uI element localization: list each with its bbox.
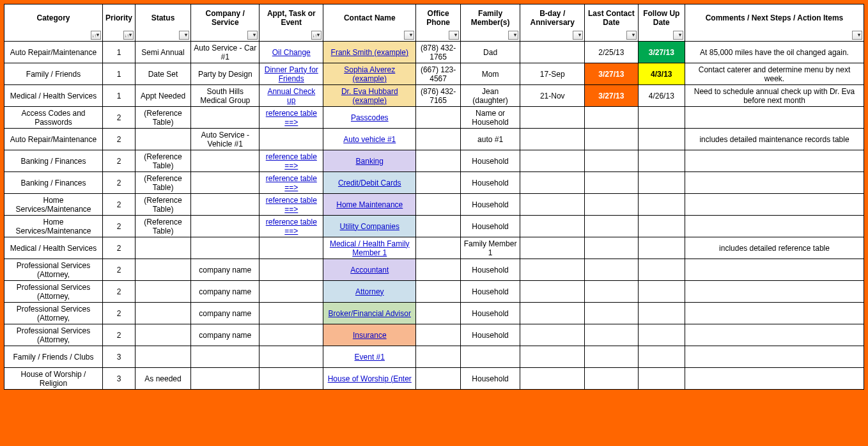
cell-comments (685, 346, 864, 368)
cell-company: Auto Service - Car #1 (191, 42, 260, 63)
task-link[interactable]: reference table ==> (266, 152, 317, 170)
cell-phone (416, 150, 460, 172)
cell-phone (416, 368, 460, 390)
cell-comments: includes detailed maintenance records ta… (685, 129, 864, 150)
cell-category: Auto Repair/Maintenance (4, 42, 103, 63)
contact-link[interactable]: Sophia Alverez (example) (344, 65, 395, 83)
cell-task: reference table ==> (260, 150, 323, 172)
contact-link[interactable]: Attorney (355, 287, 384, 296)
cell-phone: (667) 123-4567 (416, 63, 460, 85)
cell-last (585, 216, 639, 237)
column-header: Office Phone (416, 4, 460, 42)
cell-status (136, 259, 191, 281)
cell-company (191, 346, 260, 368)
contact-link[interactable]: Passcodes (351, 113, 389, 122)
filter-dropdown-icon[interactable] (404, 31, 414, 40)
table-row: Access Codes and Passwords2(Reference Ta… (4, 107, 864, 129)
cell-follow: 4/3/13 (638, 63, 685, 85)
cell-bday (520, 237, 585, 259)
cell-bday (520, 129, 585, 150)
contact-link[interactable]: Dr. Eva Hubbard (example) (341, 87, 398, 105)
cell-comments: includes detailed reference table (685, 237, 864, 259)
task-link[interactable]: Annual Check up (267, 87, 315, 105)
task-link[interactable]: Oil Change (272, 48, 311, 57)
table-row: Home Services/Maintenance2(Reference Tab… (4, 216, 864, 237)
cell-last (585, 172, 639, 194)
contact-link[interactable]: Insurance (353, 331, 387, 340)
cell-status: (Reference Table) (136, 216, 191, 237)
cell-bday (520, 194, 585, 216)
tracker-table: CategoryPriorityStatusCompany / ServiceA… (4, 4, 864, 390)
filter-dropdown-icon[interactable] (508, 31, 518, 40)
cell-follow (638, 237, 685, 259)
task-link[interactable]: reference table ==> (266, 174, 317, 192)
cell-follow (638, 129, 685, 150)
cell-category: Access Codes and Passwords (4, 107, 103, 129)
cell-company: South Hills Medical Group (191, 85, 260, 107)
cell-comments (685, 216, 864, 237)
cell-company (191, 237, 260, 259)
cell-phone (416, 259, 460, 281)
contact-link[interactable]: Medical / Health Family Member 1 (330, 239, 410, 257)
contact-link[interactable]: Credit/Debit Cards (338, 179, 401, 187)
sort-filter-icon[interactable] (123, 31, 134, 40)
filter-dropdown-icon[interactable] (449, 31, 459, 40)
task-link[interactable]: reference table ==> (266, 218, 317, 235)
filter-dropdown-icon[interactable] (247, 31, 258, 40)
task-link[interactable]: reference table ==> (266, 109, 317, 127)
sort-filter-icon[interactable] (91, 31, 101, 40)
table-row: House of Worship / Religion3As neededHou… (4, 368, 864, 390)
cell-family: Household (460, 259, 520, 281)
table-row: Family / Friends1Date SetParty by Design… (4, 63, 864, 85)
cell-priority: 2 (103, 303, 136, 324)
cell-status (136, 129, 191, 150)
filter-dropdown-icon[interactable] (626, 31, 637, 40)
contact-link[interactable]: House of Worship (Enter (328, 374, 412, 383)
cell-phone: (878) 432-1765 (416, 42, 460, 63)
contact-link[interactable]: Utility Companies (340, 222, 399, 231)
cell-task (260, 368, 323, 390)
contact-link[interactable]: Banking (356, 157, 384, 166)
filter-dropdown-icon[interactable] (573, 31, 583, 40)
table-row: Home Services/Maintenance2(Reference Tab… (4, 194, 864, 216)
cell-category: Banking / Finances (4, 150, 103, 172)
contact-link[interactable]: Home Maintenance (336, 200, 403, 209)
cell-contact: Credit/Debit Cards (323, 172, 416, 194)
cell-category: Professional Services (Attorney, (4, 324, 103, 346)
header-label: B-day / Anniversary (523, 9, 582, 27)
filter-dropdown-icon[interactable] (179, 31, 189, 40)
cell-phone (416, 194, 460, 216)
sort-filter-icon[interactable] (311, 31, 322, 40)
cell-company (191, 150, 260, 172)
filter-dropdown-icon[interactable] (852, 31, 862, 40)
task-link[interactable]: reference table ==> (266, 196, 317, 214)
cell-status (136, 237, 191, 259)
cell-follow (638, 346, 685, 368)
task-link[interactable]: Dinner Party for Friends (265, 65, 318, 83)
table-row: Professional Services (Attorney,2company… (4, 281, 864, 303)
cell-priority: 2 (103, 150, 136, 172)
cell-task (260, 303, 323, 324)
contact-link[interactable]: Event #1 (355, 353, 385, 362)
contact-link[interactable]: Auto vehicle #1 (343, 135, 396, 144)
cell-bday (520, 324, 585, 346)
contact-link[interactable]: Frank Smith (example) (331, 48, 408, 57)
cell-family: Jean (daughter) (460, 85, 520, 107)
cell-task: Annual Check up (260, 85, 323, 107)
header-label: Appt, Task or Event (262, 9, 320, 27)
header-label: Contact Name (326, 13, 413, 22)
contact-link[interactable]: Broker/Financial Advisor (329, 309, 411, 318)
filter-dropdown-icon[interactable] (673, 31, 683, 40)
cell-status (136, 303, 191, 324)
cell-category: Medical / Health Services (4, 237, 103, 259)
cell-category: Professional Services (Attorney, (4, 259, 103, 281)
cell-contact: Accountant (323, 259, 416, 281)
cell-family: Name or Household (460, 107, 520, 129)
cell-family: Household (460, 150, 520, 172)
cell-priority: 1 (103, 85, 136, 107)
cell-bday (520, 281, 585, 303)
cell-contact: Insurance (323, 324, 416, 346)
cell-task: reference table ==> (260, 216, 323, 237)
cell-status: (Reference Table) (136, 194, 191, 216)
contact-link[interactable]: Accountant (350, 266, 389, 275)
